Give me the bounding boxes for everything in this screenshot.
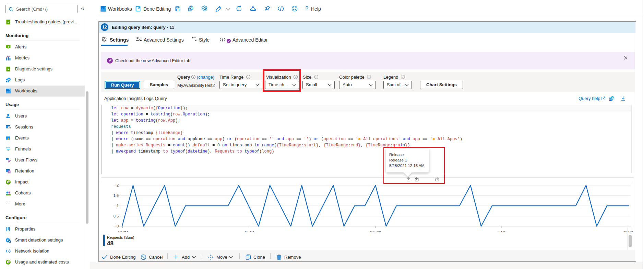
svg-text:2: 2 <box>117 183 119 187</box>
svg-text:0.5: 0.5 <box>114 214 119 218</box>
svg-text:1: 1 <box>117 204 119 208</box>
svg-text:1.5: 1.5 <box>114 193 119 198</box>
svg-text:0: 0 <box>117 224 119 228</box>
